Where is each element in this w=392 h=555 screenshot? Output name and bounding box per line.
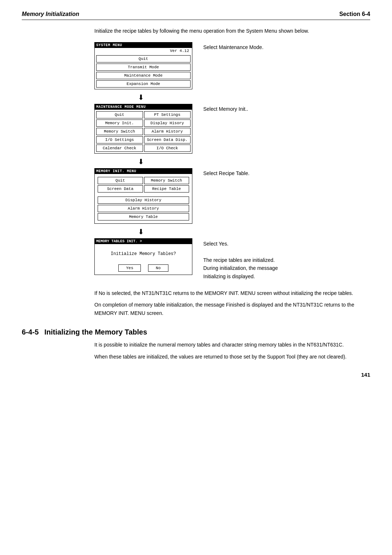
system-menu-box: SYSTEM MENU Ver 4.12 Quit Transmit Mode …: [94, 42, 192, 89]
page-header: Memory Initialization Section 6-4: [22, 11, 370, 20]
arrow-3: ⬇: [94, 227, 144, 236]
page: Memory Initialization Section 6-4 Initia…: [0, 0, 392, 392]
memory-init-menu-annotation: Select Recipe Table.: [203, 168, 249, 177]
maint-io-check-btn[interactable]: I/O Check: [144, 145, 191, 152]
arrow-2: ⬇: [94, 157, 144, 166]
maintenance-menu-grid: Quit PT Settings Memory Init. Display Hi…: [95, 110, 192, 153]
section-label: Section 6-4: [339, 11, 370, 17]
memory-init-grid-bottom: Display History Alarm History Memory Tab…: [96, 195, 191, 222]
diagram-row-system-menu: SYSTEM MENU Ver 4.12 Quit Transmit Mode …: [94, 42, 370, 89]
mi-memory-switch-btn[interactable]: Memory Switch: [144, 177, 189, 184]
arrow-1: ⬇: [94, 93, 144, 102]
system-quit-btn[interactable]: Quit: [96, 55, 191, 62]
system-menu-version: Ver 4.12: [95, 48, 192, 54]
system-transmit-btn[interactable]: Transmit Mode: [96, 64, 191, 71]
subsection-heading: 6-4-5 Initializing the Memory Tables: [22, 328, 370, 336]
maint-calendar-check-btn[interactable]: Calendar Check: [96, 145, 143, 152]
mi-alarm-history-btn[interactable]: Alarm History: [98, 205, 189, 212]
mi-display-history-btn[interactable]: Display History: [98, 197, 189, 204]
confirm-select-yes: Select Yes.: [203, 240, 278, 248]
page-footer: 141: [22, 372, 370, 378]
subsection-para-2: When these tables are initialized, the v…: [94, 353, 370, 361]
page-number: 141: [361, 372, 370, 378]
confirm-yes-btn[interactable]: Yes: [118, 264, 141, 272]
memory-init-grid-top: Quit Memory Switch Screen Data Recipe Ta…: [96, 175, 191, 194]
maintenance-menu-header: MAINTENANCE MODE MENU: [95, 104, 192, 110]
page-title: Memory Initialization: [22, 11, 79, 17]
diagram-row-memory-init-menu: MEMORY INIT. MENU Quit Memory Switch Scr…: [94, 168, 370, 224]
confirm-no-btn[interactable]: No: [148, 264, 168, 272]
confirm-header: MEMORY TABLES INIT. >: [95, 239, 192, 244]
confirm-box: MEMORY TABLES INIT. > Initialize Memory …: [94, 238, 192, 275]
system-menu-header: SYSTEM MENU: [95, 42, 192, 48]
diagram-row-maintenance-menu: MAINTENANCE MODE MENU Quit PT Settings M…: [94, 104, 370, 154]
system-menu-annotation: Select Maintenance Mode.: [203, 42, 264, 51]
diagram-area: SYSTEM MENU Ver 4.12 Quit Transmit Mode …: [94, 42, 370, 282]
memory-init-menu-box: MEMORY INIT. MENU Quit Memory Switch Scr…: [94, 168, 192, 224]
system-menu-grid: Quit Transmit Mode Maintenance Mode Expa…: [95, 54, 192, 89]
maint-alarm-history-btn[interactable]: Alarm History: [144, 128, 191, 135]
maint-memory-init-btn[interactable]: Memory Init.: [96, 119, 143, 127]
maintenance-menu-annotation: Select Memory Init..: [203, 104, 248, 113]
diagram-row-confirm: MEMORY TABLES INIT. > Initialize Memory …: [94, 238, 370, 280]
maint-screen-data-btn[interactable]: Screen Data Disp.: [144, 136, 191, 143]
mi-recipe-table-btn[interactable]: Recipe Table: [144, 185, 189, 193]
intro-text: Initialize the recipe tables by followin…: [94, 27, 370, 35]
maint-quit-btn[interactable]: Quit: [96, 111, 143, 118]
footer-para-1: If No is selected, the NT31/NT31C return…: [94, 289, 370, 297]
maint-io-settings-btn[interactable]: I/O Settings: [96, 136, 143, 143]
confirm-annotation: Select Yes. The recipe tables are initia…: [203, 238, 278, 280]
mi-memory-table-btn[interactable]: Memory Table: [98, 213, 189, 220]
maint-pt-settings-btn[interactable]: PT Settings: [144, 111, 191, 118]
system-maintenance-btn[interactable]: Maintenance Mode: [96, 72, 191, 79]
footer-para-2: On completion of memory table initializa…: [94, 301, 370, 317]
subsection-title: Initializing the Memory Tables: [44, 328, 147, 336]
subsection-number: 6-4-5: [22, 328, 39, 336]
memory-init-menu-header: MEMORY INIT. MENU: [95, 169, 192, 174]
confirm-detail: The recipe tables are initialized.During…: [203, 256, 278, 280]
mi-screen-data-btn[interactable]: Screen Data: [98, 185, 143, 193]
confirm-buttons: Yes No: [95, 262, 192, 275]
mi-quit-btn[interactable]: Quit: [98, 177, 143, 184]
system-expansion-btn[interactable]: Expansion Mode: [96, 80, 191, 88]
footer-paragraphs: If No is selected, the NT31/NT31C return…: [22, 289, 370, 317]
confirm-body: Initialize Memory Tables?: [95, 244, 192, 262]
maintenance-menu-box: MAINTENANCE MODE MENU Quit PT Settings M…: [94, 104, 192, 154]
memory-init-grid-wrapper: Quit Memory Switch Screen Data Recipe Ta…: [95, 174, 192, 223]
maint-display-history-btn[interactable]: Display Hisory: [144, 119, 191, 127]
maint-memory-switch-btn[interactable]: Memory Switch: [96, 128, 143, 135]
subsection-para-1: It is possible to initialize the numeral…: [94, 341, 370, 349]
